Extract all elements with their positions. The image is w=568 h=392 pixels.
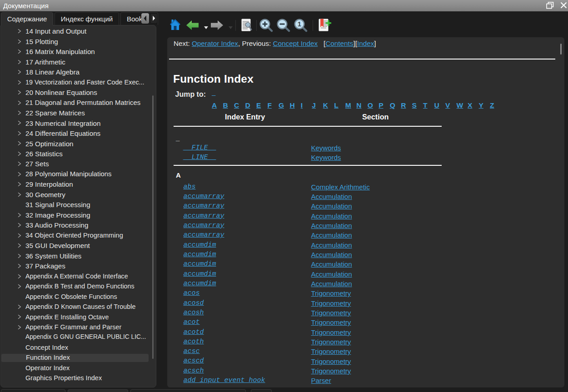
svg-text:1: 1 [298, 20, 301, 28]
